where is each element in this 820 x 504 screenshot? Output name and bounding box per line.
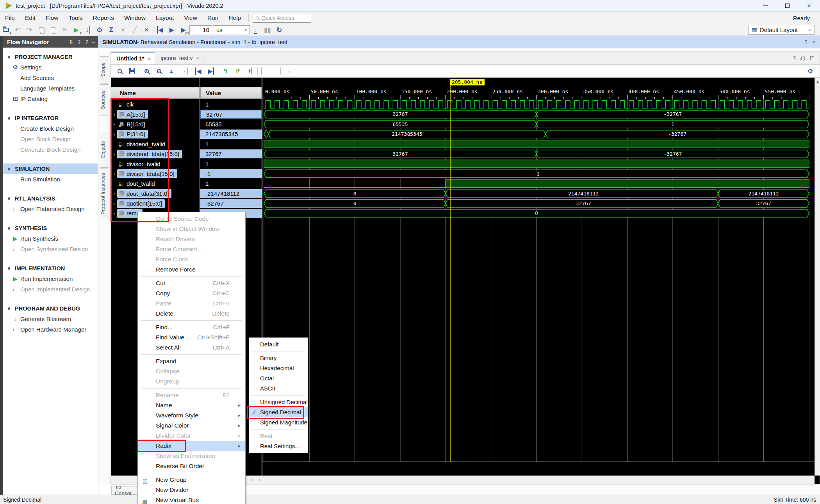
side-tab-sources[interactable]: Sources <box>100 84 109 115</box>
menu-item-waveform-style[interactable]: Waveform Style▸ <box>138 410 245 421</box>
flow-item-generate-block-design[interactable]: Generate Block Design <box>3 144 98 155</box>
tab-untitled1[interactable]: Untitled 1*× <box>111 52 155 64</box>
menu-window[interactable]: Window <box>119 12 151 24</box>
signal-row[interactable]: ›dout_tdata[31:0] <box>111 189 200 199</box>
zoom-fit-button[interactable]: ↔↕ <box>165 66 178 76</box>
flow-section-implementation[interactable]: ∨IMPLEMENTATION <box>3 263 98 273</box>
copy-button[interactable] <box>35 25 47 35</box>
find-button[interactable] <box>113 66 126 76</box>
menu-flow[interactable]: Flow <box>41 12 64 24</box>
signal-value-row[interactable]: 1 <box>200 99 262 109</box>
value-column-header[interactable]: Value <box>200 87 262 99</box>
swap-cursor-in-button[interactable]: ↰ <box>219 66 232 76</box>
signal-value-row[interactable]: 32767 <box>200 109 262 119</box>
scroll-left-icon[interactable]: ‹ <box>258 477 260 483</box>
flow-item-language-templates[interactable]: Language Templates <box>3 83 98 94</box>
tab-ipcore_testv[interactable]: ipcore_test.v× <box>155 52 203 64</box>
signal-row[interactable]: ›quotient[15:0] <box>111 199 200 208</box>
delete-breakpoints-button[interactable]: × <box>141 25 152 35</box>
next-transition-button[interactable]: ▶ <box>205 66 217 76</box>
signal-row[interactable]: ›B[15:0] <box>111 119 200 129</box>
pause-button[interactable]: ▮▮ <box>262 25 273 35</box>
minimize-button[interactable] <box>754 0 776 11</box>
menu-item-new-group[interactable]: New Group <box>138 475 245 485</box>
restart-sim-button[interactable]: ◀ <box>154 25 166 35</box>
undo-button[interactable]: ↶ <box>12 25 23 35</box>
radix-option-binary[interactable]: Binary <box>249 353 308 363</box>
flow-section-ip-integrator[interactable]: ∨IP INTEGRATOR <box>3 113 98 123</box>
run-button[interactable]: ▶▾ <box>70 25 82 35</box>
flow-item-open-block-design[interactable]: Open Block Design <box>3 134 98 144</box>
go-to-cursor-button[interactable]: → <box>178 66 190 76</box>
radix-option-ascii[interactable]: ASCII <box>249 383 308 394</box>
menu-edit[interactable]: Edit <box>20 12 41 24</box>
signal-value-row[interactable]: -32767 <box>200 199 262 208</box>
expand-icon[interactable]: › <box>111 151 117 157</box>
flow-section-rtl-analysis[interactable]: ∨RTL ANALYSIS <box>3 193 98 204</box>
signal-row[interactable]: divisor_tvalid <box>111 159 200 169</box>
close-tab-icon[interactable]: × <box>148 56 151 62</box>
step-button[interactable]: ↓ <box>250 25 262 35</box>
expand-icon[interactable]: › <box>111 170 117 177</box>
delete-button[interactable]: × <box>59 25 70 35</box>
relaunch-button[interactable]: ↻ <box>273 25 285 35</box>
waveform-canvas[interactable]: 0.000 ns50.000 ns100.000 ns150.000 ns200… <box>262 78 815 476</box>
side-tab-scope[interactable]: Scope <box>100 56 109 83</box>
flow-item-run-simulation[interactable]: Run Simulation <box>3 174 98 185</box>
close-tab-icon[interactable]: × <box>196 55 200 61</box>
flow-item-generate-bitstream[interactable]: ↓Generate Bitstream <box>3 314 98 324</box>
flow-item-open-implemented-design[interactable]: ›Open Implemented Design <box>3 284 98 295</box>
cancel-run-button[interactable]: × <box>117 25 129 35</box>
redo-button[interactable]: ↷ <box>23 25 35 35</box>
generate-bitstream-button[interactable]: ↓ <box>82 25 94 35</box>
swap-markers-button[interactable]: ↔ <box>283 66 296 76</box>
external-window-icon[interactable]: ↗ <box>810 56 814 60</box>
flow-item-open-hardware-manager[interactable]: ›Open Hardware Manager <box>3 324 98 335</box>
menu-run[interactable]: Run <box>202 12 223 24</box>
radix-option-real-settings[interactable]: Real Settings... <box>249 441 308 451</box>
signal-value-row[interactable]: 1 <box>200 179 262 188</box>
radix-option-unsigned-decimal[interactable]: Unsigned Decimal <box>249 397 308 407</box>
expand-icon[interactable]: › <box>111 201 117 207</box>
menu-tools[interactable]: Tools <box>63 12 87 24</box>
expand-icon[interactable]: › <box>111 111 117 117</box>
flow-item-ip-catalog[interactable]: IP Catalog <box>3 94 98 104</box>
menu-reports[interactable]: Reports <box>88 12 119 24</box>
menu-item-signal-color[interactable]: Signal Color▸ <box>138 421 245 431</box>
expand-icon[interactable]: › <box>111 131 117 137</box>
waveform-settings-button[interactable]: ⚙ <box>804 66 816 76</box>
expand-icon[interactable]: › <box>111 121 117 127</box>
close-button[interactable]: × <box>798 0 820 11</box>
name-column-header[interactable]: Name <box>111 87 200 99</box>
flow-section-simulation[interactable]: ∨SIMULATION <box>3 163 98 174</box>
signal-value-row[interactable]: 1 <box>200 159 262 169</box>
menu-item-expand[interactable]: Expand <box>138 356 245 366</box>
menu-item-cut[interactable]: CutCtrl+X <box>138 278 245 288</box>
radix-option-octal[interactable]: Octal <box>249 373 308 383</box>
expand-icon[interactable]: › <box>111 210 117 217</box>
side-tab-objects[interactable]: Objects <box>100 132 109 168</box>
expand-icon[interactable]: › <box>111 190 117 197</box>
swap-cursor-out-button[interactable]: ↱ <box>232 66 244 76</box>
flow-section-project-manager[interactable]: ∨PROJECT MANAGER <box>3 51 98 62</box>
minimize-panel-icon[interactable]: – <box>92 39 95 45</box>
signal-value-row[interactable]: 2147385345 <box>200 129 262 139</box>
radix-option-default[interactable]: Default <box>249 339 308 350</box>
flow-item-open-elaborated-design[interactable]: ›Open Elaborated Design <box>3 204 98 214</box>
menu-item-name[interactable]: Name▸ <box>138 400 245 410</box>
radix-option-signed-decimal[interactable]: ✓Signed Decimal <box>249 407 308 417</box>
signal-row[interactable]: ›P[31:0] <box>111 129 200 139</box>
menu-item-new-virtual-bus[interactable]: New Virtual Bus <box>138 495 245 504</box>
menu-item-select-all[interactable]: Select AllCtrl+A <box>138 343 245 353</box>
flow-item-create-block-design[interactable]: Create Block Design <box>3 123 98 134</box>
signal-value-row[interactable]: 65535 <box>200 119 262 129</box>
side-tab-protocol-instances[interactable]: Protocol Instances <box>100 169 109 219</box>
flow-item-add-sources[interactable]: Add Sources <box>3 73 98 83</box>
open-project-button[interactable]: ▾ <box>0 25 12 35</box>
signal-row[interactable]: clk <box>111 99 200 109</box>
signal-row[interactable]: ›divisor_tdata[15:0] <box>111 169 200 179</box>
time-unit-select[interactable]: us∨ <box>213 25 250 34</box>
quick-access-search[interactable]: Quick Access <box>253 14 311 23</box>
signal-value-row[interactable]: -1 <box>200 169 262 179</box>
settings-button[interactable]: ⚙ <box>94 25 105 35</box>
